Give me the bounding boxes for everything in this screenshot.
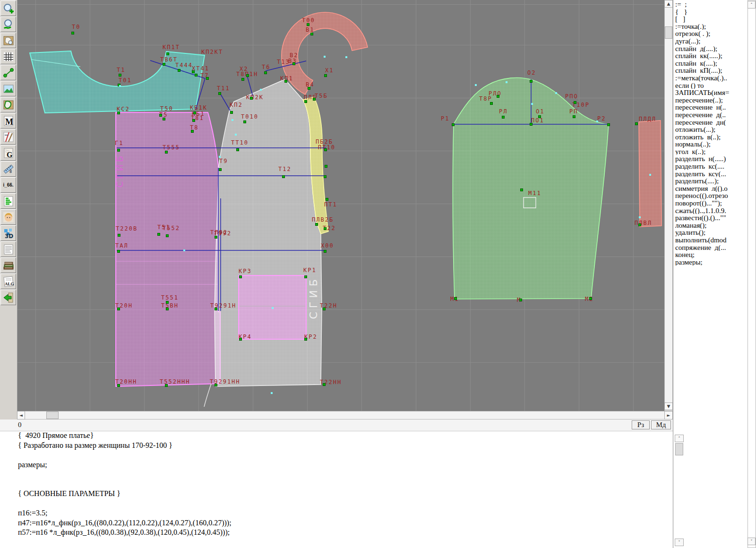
command-item[interactable]: отрезок( . ); <box>675 30 747 37</box>
code-editor[interactable]: { 4920 Прямое платье}{ Разработано на ра… <box>0 431 675 548</box>
editor-line: { Разработано на размер женщины 170-92-1… <box>0 441 675 451</box>
command-item[interactable]: симметрия л(().о <box>675 185 747 192</box>
command-item[interactable]: конец; <box>675 251 747 258</box>
canvas-hscroll-left-icon[interactable]: ◄ <box>17 411 25 420</box>
command-item[interactable]: пересечение дн( <box>675 119 747 126</box>
zoom-in-icon <box>3 3 14 14</box>
image-view-button[interactable] <box>0 81 16 96</box>
command-item[interactable]: сплайн д(....); <box>675 45 747 52</box>
pattern-m-button[interactable]: M <box>0 113 16 128</box>
editor-line: { ОСНОВНЫЕ ПАРАМЕТРЫ } <box>0 489 675 499</box>
status-bar: 0 Рз Мд <box>0 420 673 431</box>
command-item[interactable]: пересечение н(.. <box>675 103 747 111</box>
command-item[interactable]: :=точка(.); <box>675 23 747 30</box>
command-item[interactable]: пересечение(..); <box>675 96 747 104</box>
canvas-vscroll-down-icon[interactable]: ▼ <box>664 402 673 410</box>
grid-toggle-button[interactable] <box>0 49 16 64</box>
pattern-g-icon: G <box>3 147 14 159</box>
command-item[interactable]: если () то <box>675 82 747 89</box>
command-item[interactable]: сплайн к(....); <box>675 60 747 67</box>
canvas-hscroll-right-icon[interactable]: ► <box>664 411 673 420</box>
size-i66-button[interactable]: i_66. <box>0 177 16 193</box>
panel-vscroll-up-icon[interactable]: ˄ <box>747 1 756 9</box>
command-item[interactable]: дуга(...); <box>675 37 747 45</box>
editor-line: п47:=п16*л_фнк(рз_16,((80,0.22),(112,0.2… <box>0 519 675 529</box>
command-item[interactable]: отложить(...); <box>675 126 747 133</box>
line-indicator: 0 <box>18 421 22 429</box>
command-item[interactable]: разделить н(.....) <box>675 155 747 163</box>
pattern-m-icon: M <box>3 115 14 127</box>
command-item[interactable]: размеры; <box>675 258 747 266</box>
pattern-g-button[interactable]: G <box>0 145 16 161</box>
library-button[interactable] <box>0 257 16 273</box>
command-panel: := ;{ }[ ]:=точка(.);отрезок( . );дуга(.… <box>673 0 747 548</box>
size-i66-label: i_66. <box>3 182 13 188</box>
pattern-outline-icon <box>3 99 14 111</box>
editor-vscroll-thumb[interactable] <box>675 443 683 455</box>
canvas-hscroll-thumb[interactable] <box>46 411 59 419</box>
command-item[interactable]: угол к(..); <box>675 148 747 155</box>
command-item[interactable]: удалить(); <box>675 229 747 236</box>
command-item[interactable]: перенос(().отрезо <box>675 192 747 199</box>
command-item[interactable]: поворот(()...""); <box>675 199 747 207</box>
editor-line: { 4920 Прямое платье} <box>0 431 675 441</box>
svg-text:G: G <box>7 151 13 159</box>
model-photo-button[interactable] <box>0 209 16 225</box>
command-item[interactable]: := ; <box>675 0 747 8</box>
editor-line <box>0 470 675 480</box>
command-item[interactable]: { } <box>675 8 747 16</box>
text-list-button[interactable] <box>0 241 16 257</box>
editor-line <box>0 480 675 490</box>
command-item[interactable]: разделить(....); <box>675 177 747 185</box>
pattern-canvas[interactable] <box>17 0 664 411</box>
command-item[interactable]: отложить в(..); <box>675 133 747 141</box>
canvas-vscroll-up-icon[interactable]: ▲ <box>664 0 673 8</box>
command-item[interactable]: :=метка(точка(.).. <box>675 74 747 82</box>
piece-preview-button[interactable] <box>0 33 16 48</box>
pattern-outline-button[interactable] <box>0 97 16 112</box>
command-item[interactable]: разделить кс(.... <box>675 163 747 170</box>
zoom-out-button[interactable] <box>0 17 16 32</box>
size-table-button[interactable] <box>0 193 16 209</box>
command-item[interactable]: нормаль(..); <box>675 140 747 148</box>
command-item[interactable]: развести(().()..."" <box>675 214 747 222</box>
panel-vscroll-down-icon[interactable]: ˅ <box>747 538 756 545</box>
command-item[interactable]: сплайн кк(.....); <box>675 52 747 60</box>
svg-text:3D: 3D <box>5 233 13 239</box>
panel-vscrollbar[interactable] <box>747 0 756 548</box>
command-item[interactable]: сопряжение д(... <box>675 244 747 251</box>
export-button[interactable] <box>0 290 16 305</box>
canvas-vscroll-thumb[interactable] <box>665 26 672 39</box>
command-item[interactable]: выполнить(dmod <box>675 236 747 244</box>
algorithm-button[interactable]: ALG <box>0 274 16 289</box>
sizes-button[interactable]: Рз <box>632 420 650 429</box>
editor-vscroll-up-icon[interactable]: ˄ <box>675 435 684 442</box>
view-3d-button[interactable]: 3D <box>0 225 16 241</box>
export-icon <box>3 292 14 303</box>
editor-vscroll-down-icon[interactable]: ˅ <box>675 539 684 546</box>
zoom-in-button[interactable] <box>0 0 16 16</box>
algorithm-icon: ALG <box>3 276 14 287</box>
editor-line: п16:=3.5; <box>0 509 675 519</box>
command-item[interactable]: ЗАПИСАТЬ(имя= <box>675 89 747 96</box>
command-item[interactable]: разделить ксу(... <box>675 170 747 178</box>
canvas-vscrollbar[interactable] <box>664 0 673 411</box>
command-item[interactable]: пересечение д(.. <box>675 111 747 119</box>
svg-text:8: 8 <box>9 170 12 174</box>
command-item[interactable]: сплайн кП(....); <box>675 67 747 74</box>
command-item[interactable]: сжать(()..,1.1.0.9. <box>675 207 747 214</box>
editor-line <box>0 499 675 509</box>
model-button[interactable]: Мд <box>651 420 671 429</box>
canvas-hscrollbar[interactable] <box>17 411 673 420</box>
library-icon <box>3 260 14 271</box>
measure-tool-button[interactable] <box>0 65 16 80</box>
hem-curve <box>204 384 211 407</box>
image-icon <box>3 83 14 94</box>
command-item[interactable]: [ ] <box>675 15 747 23</box>
drafting-tools-button[interactable] <box>0 129 16 145</box>
toolbar: M G 8 i_66. 3D ALG <box>0 0 17 431</box>
command-list: := ;{ }[ ]:=точка(.);отрезок( . );дуга(.… <box>675 0 747 265</box>
ruler-button[interactable]: 8 <box>0 161 16 177</box>
size-table-icon <box>3 196 14 207</box>
command-item[interactable]: ломаная(); <box>675 222 747 229</box>
